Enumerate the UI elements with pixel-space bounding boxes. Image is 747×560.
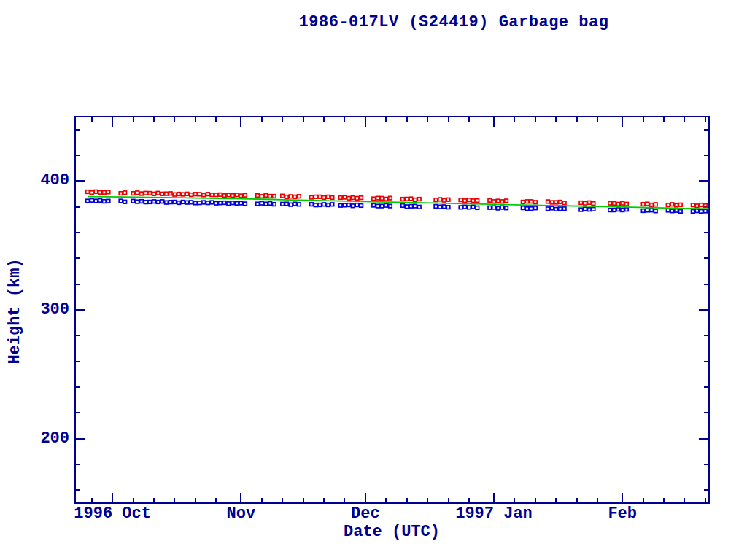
apogee-point [488,199,492,203]
perigee-point [244,202,247,206]
apogee-point [409,197,413,201]
plot-canvas: 1986-017LV (S24419) Garbage bag Height (… [0,0,747,560]
apogee-point [476,199,479,203]
perigee-point [695,209,699,213]
perigee-point [646,209,649,212]
apogee-point [222,194,226,198]
perigee-point [326,203,330,207]
apogee-point [173,192,177,196]
perigee-point [360,204,363,208]
apogee-point [650,203,654,207]
perigee-point [148,201,152,204]
perigee-point [206,201,210,205]
apogee-point [206,192,210,196]
apogee-point [148,192,152,195]
perigee-point [169,201,172,204]
apogee-point [522,201,525,204]
apogee-point [98,191,102,195]
apogee-point [405,198,409,201]
apogee-point [322,196,326,200]
apogee-point [678,203,682,207]
apogee-point [235,193,239,197]
perigee-point [198,201,201,205]
apogee-point [244,193,247,197]
apogee-point [140,192,144,195]
apogee-point [273,195,276,198]
perigee-point [310,203,314,206]
perigee-point [414,204,417,208]
apogee-point [181,192,185,196]
apogee-point [613,202,616,206]
apogee-point [281,194,285,198]
apogee-point [443,198,446,202]
apogee-point [530,200,533,203]
apogee-point [198,192,201,196]
perigee-point [119,199,123,203]
apogee-point [376,196,380,200]
perigee-point [273,203,276,206]
apogee-point [219,193,222,197]
perigee-point [554,208,558,211]
perigee-point [384,203,388,207]
perigee-point [330,203,334,206]
perigee-point [185,201,189,204]
perigee-point [625,208,629,211]
apogee-point [463,199,467,203]
apogee-point [389,196,392,200]
perigee-point [675,209,678,212]
perigee-point [476,206,479,210]
apogee-point [107,190,110,194]
x-tick-label: 1997 Jan [455,506,533,522]
apogee-point [330,196,334,200]
perigee-point [268,202,272,206]
perigee-point [98,199,102,203]
perigee-point [235,202,239,206]
perigee-point [264,202,268,206]
y-tick-label: 400 [0,173,69,189]
perigee-point [616,208,620,211]
apogee-point [700,203,703,207]
apogee-point [438,198,442,201]
x-tick-label: 1996 Oct [74,506,151,522]
perigee-point [156,201,160,204]
apogee-point [231,194,235,198]
perigee-point [210,201,214,204]
apogee-point [119,192,123,195]
perigee-point [214,201,218,205]
perigee-point [351,204,355,208]
apogee-point [177,192,181,196]
apogee-point [194,192,198,196]
apogee-point [190,193,193,197]
apogee-point [355,197,359,201]
apogee-point [562,201,566,205]
perigee-point [285,202,289,206]
perigee-point [496,206,500,210]
perigee-point [692,210,695,214]
perigee-point [94,199,98,203]
perigee-point [231,201,235,205]
apogee-point [372,197,376,201]
apogee-point [380,197,384,201]
perigee-point [438,205,442,209]
perigee-point [608,209,612,212]
y-tick-label: 300 [0,302,69,318]
apogee-point [156,191,160,195]
perigee-point [417,206,421,209]
perigee-point [492,206,496,209]
perigee-point [173,201,177,204]
perigee-point [525,207,529,211]
apogee-point [525,200,529,203]
perigee-point [459,206,462,209]
perigee-point [670,209,674,213]
apogee-point [338,196,342,200]
perigee-point [372,203,376,207]
apogee-point [546,200,550,203]
perigee-point [289,203,293,206]
apogee-point [260,195,263,198]
perigee-point [401,204,405,208]
perigee-point [468,206,471,209]
perigee-point [409,204,413,208]
perigee-point [666,209,670,212]
apogee-point [559,201,562,204]
perigee-point [194,201,198,205]
